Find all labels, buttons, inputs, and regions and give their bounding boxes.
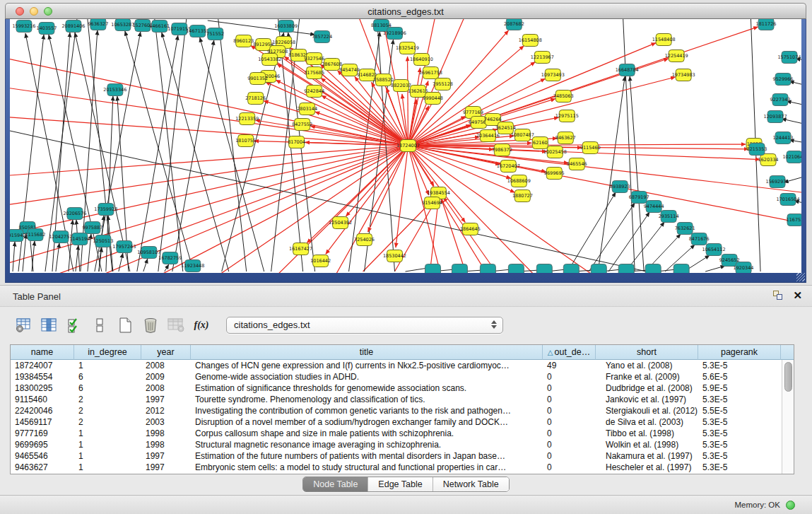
graph-edge[interactable] bbox=[705, 266, 725, 271]
select-all-button[interactable] bbox=[64, 315, 85, 336]
table-cell[interactable]: Tibbo et al. (1998) bbox=[596, 428, 698, 439]
graph-node[interactable] bbox=[563, 264, 579, 274]
table-cell[interactable]: Franke et al. (2009) bbox=[596, 371, 698, 382]
table-cell[interactable]: 0 bbox=[543, 439, 596, 450]
table-cell[interactable]: 9699695 bbox=[11, 439, 74, 450]
graph-edge[interactable] bbox=[406, 268, 428, 271]
table-cell[interactable]: 5.3E-5 bbox=[698, 360, 781, 371]
table-cell[interactable]: 0 bbox=[543, 371, 596, 382]
graph-node[interactable] bbox=[480, 264, 495, 274]
table-cell[interactable]: 9463627 bbox=[11, 462, 74, 473]
table-cell[interactable]: 1997 bbox=[141, 394, 191, 405]
show-columns-button[interactable] bbox=[38, 315, 59, 336]
table-cell[interactable]: Estimation of the future numbers of pati… bbox=[191, 450, 543, 462]
graph-node[interactable] bbox=[618, 264, 634, 274]
table-cell[interactable]: Wolkin et al. (1998) bbox=[596, 439, 698, 450]
graph-edge[interactable] bbox=[408, 146, 465, 222]
table-cell[interactable]: 5.3E-5 bbox=[698, 394, 781, 405]
network-canvas[interactable]: 1872400789601238912954182260589127508105… bbox=[10, 19, 801, 273]
table-cell[interactable]: Structural magnetic resonance image aver… bbox=[191, 439, 543, 450]
table-cell[interactable]: Estimation of significance thresholds fo… bbox=[191, 382, 543, 394]
delete-columns-button[interactable] bbox=[140, 315, 161, 336]
graph-edge[interactable] bbox=[137, 35, 178, 271]
table-cell[interactable]: 6 bbox=[74, 382, 141, 394]
column-header[interactable]: name bbox=[11, 345, 74, 360]
delete-table-button[interactable] bbox=[165, 315, 187, 336]
column-header[interactable]: △out_de… bbox=[543, 345, 596, 360]
table-cell[interactable]: Corpus callosum shape and size in male p… bbox=[191, 428, 543, 439]
table-cell[interactable]: 2008 bbox=[141, 360, 191, 371]
graph-edge[interactable] bbox=[598, 76, 625, 271]
graph-edge[interactable] bbox=[782, 119, 801, 125]
graph-node[interactable] bbox=[673, 264, 689, 274]
table-cell[interactable]: 18300295 bbox=[11, 382, 74, 394]
tab-network-table[interactable]: Network Table bbox=[433, 477, 509, 491]
table-cell[interactable]: Changes of HCN gene expression and I(f) … bbox=[191, 360, 543, 371]
column-header[interactable]: short bbox=[596, 345, 698, 360]
table-cell[interactable]: 0 bbox=[543, 462, 596, 473]
table-scrollbar[interactable] bbox=[782, 360, 794, 474]
graph-edge[interactable] bbox=[789, 81, 801, 87]
table-cell[interactable]: 2003 bbox=[141, 416, 191, 428]
table-cell[interactable]: 9465546 bbox=[11, 450, 74, 462]
graph-edge[interactable] bbox=[10, 115, 408, 146]
graph-node[interactable] bbox=[645, 264, 661, 274]
table-cell[interactable]: Investigating the contribution of common… bbox=[191, 405, 543, 416]
graph-edge[interactable] bbox=[441, 199, 465, 271]
table-cell[interactable]: 0 bbox=[543, 394, 596, 405]
table-options-button[interactable] bbox=[13, 315, 34, 336]
float-panel-icon[interactable] bbox=[773, 290, 784, 301]
table-cell[interactable]: Yano et al. (2008) bbox=[596, 360, 698, 371]
unselect-all-button[interactable] bbox=[89, 315, 110, 336]
table-row[interactable]: 977716911998Corpus callosum shape and si… bbox=[11, 428, 794, 439]
graph-edge[interactable] bbox=[10, 84, 408, 146]
table-cell[interactable]: 2009 bbox=[141, 371, 191, 382]
table-row[interactable]: 946554611997Estimation of the future num… bbox=[11, 450, 794, 462]
table-cell[interactable]: 9777169 bbox=[11, 428, 74, 439]
table-row[interactable]: 946362711997Embryonic stem cells: a mode… bbox=[11, 462, 794, 473]
graph-edge[interactable] bbox=[623, 19, 635, 271]
table-cell[interactable]: 2 bbox=[74, 416, 141, 428]
table-cell[interactable]: 1 bbox=[74, 428, 141, 439]
table-cell[interactable]: 5.9E-5 bbox=[698, 382, 781, 394]
scrollbar-thumb[interactable] bbox=[784, 362, 792, 392]
graph-edge[interactable] bbox=[408, 27, 758, 146]
graph-edge[interactable] bbox=[13, 242, 15, 271]
table-cell[interactable]: Jankovic et al. (1997) bbox=[596, 394, 698, 405]
table-cell[interactable]: 1 bbox=[74, 360, 141, 371]
table-cell[interactable]: 1997 bbox=[141, 450, 191, 462]
table-select[interactable]: citations_edges.txt bbox=[226, 317, 503, 334]
graph-node[interactable] bbox=[425, 264, 440, 274]
table-cell[interactable]: 5.3E-5 bbox=[698, 428, 781, 439]
table-cell[interactable]: Hescheler et al. (1997) bbox=[596, 462, 698, 473]
graph-node[interactable] bbox=[591, 264, 606, 274]
table-cell[interactable]: 9115460 bbox=[11, 394, 74, 405]
table-cell[interactable]: 1 bbox=[74, 439, 141, 450]
column-header[interactable]: year bbox=[141, 345, 191, 360]
table-cell[interactable]: 1 bbox=[74, 450, 141, 462]
table-cell[interactable]: 5.3E-5 bbox=[698, 450, 781, 462]
table-row[interactable]: 1830029562008Estimation of significance … bbox=[11, 382, 794, 394]
table-cell[interactable]: de Silva et al. (2003) bbox=[596, 416, 698, 428]
table-cell[interactable]: 6 bbox=[74, 371, 141, 382]
table-row[interactable]: 2242004622012Investigating the contribut… bbox=[11, 405, 794, 416]
table-cell[interactable]: 1998 bbox=[141, 428, 191, 439]
table-cell[interactable]: 0 bbox=[543, 450, 596, 462]
graph-edge[interactable] bbox=[408, 57, 408, 146]
tab-edge-table[interactable]: Edge Table bbox=[367, 477, 432, 491]
table-cell[interactable]: Stergiakouli et al. (2012) bbox=[596, 405, 698, 416]
create-column-button[interactable] bbox=[114, 315, 136, 336]
table-cell[interactable]: 0 bbox=[543, 416, 596, 428]
graph-edge[interactable] bbox=[143, 259, 148, 271]
table-cell[interactable]: 18724007 bbox=[11, 360, 74, 371]
graph-edge[interactable] bbox=[119, 253, 123, 271]
graph-edge[interactable] bbox=[56, 243, 59, 271]
table-cell[interactable]: 14569117 bbox=[11, 416, 74, 428]
table-cell[interactable]: Embryonic stem cells: a model to study s… bbox=[191, 462, 543, 473]
table-row[interactable]: 969969511998Structural magnetic resonanc… bbox=[11, 439, 794, 450]
table-cell[interactable]: 0 bbox=[543, 405, 596, 416]
graph-node[interactable] bbox=[508, 264, 524, 274]
column-header[interactable]: pagerank bbox=[698, 345, 781, 360]
table-row[interactable]: 1456911722003Disruption of a novel membe… bbox=[11, 416, 794, 428]
table-cell[interactable]: 2012 bbox=[141, 405, 191, 416]
